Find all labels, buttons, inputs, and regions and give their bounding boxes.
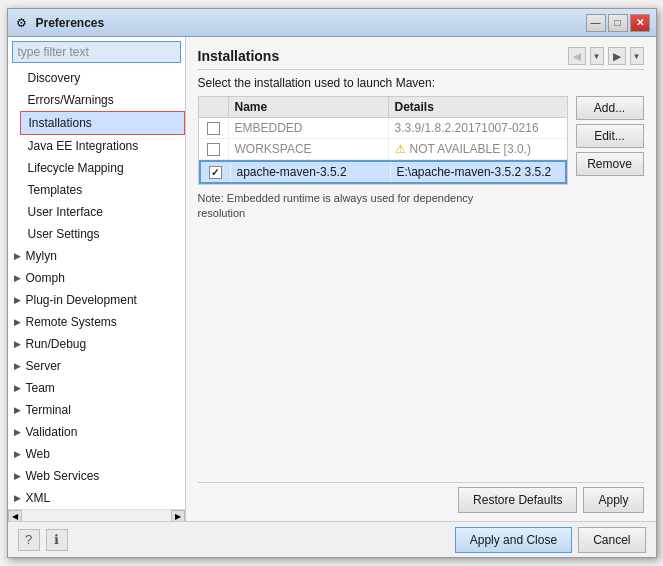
xml-expand-arrow: ▶ xyxy=(12,492,24,504)
col-check-header xyxy=(199,97,229,117)
minimize-button[interactable]: — xyxy=(586,14,606,32)
footer-bar: ? ℹ Apply and Close Cancel xyxy=(8,521,656,557)
filter-input[interactable] xyxy=(12,41,181,63)
note-text: Note: Embedded runtime is always used fo… xyxy=(198,192,474,219)
plugin-dev-expand-arrow: ▶ xyxy=(12,294,24,306)
table-header: Name Details xyxy=(199,97,567,118)
hscroll-left[interactable]: ◀ xyxy=(8,510,22,521)
sidebar-group-server[interactable]: ▶ Server xyxy=(8,355,185,377)
hscroll-right[interactable]: ▶ xyxy=(171,510,185,521)
info-icon-button[interactable]: ℹ xyxy=(46,529,68,551)
footer-icons: ? ℹ xyxy=(18,529,68,551)
window-icon: ⚙ xyxy=(14,15,30,31)
row-apache-name: apache-maven-3.5.2 xyxy=(231,162,391,182)
row-embedded-details: 3.3.9/1.8.2.20171007-0216 xyxy=(389,118,567,138)
window-title: Preferences xyxy=(36,16,586,30)
main-title-bar: Installations ◀ ▼ ▶ ▼ xyxy=(198,47,644,70)
bottom-buttons: Restore Defaults Apply xyxy=(198,482,644,513)
sidebar-item-user-interface[interactable]: User Interface xyxy=(20,201,185,223)
sidebar-item-errors-warnings[interactable]: Errors/Warnings xyxy=(20,89,185,111)
nav-buttons: ◀ ▼ ▶ ▼ xyxy=(568,47,644,65)
preferences-window: ⚙ Preferences — □ ✕ Discovery Errors/War… xyxy=(7,8,657,558)
workspace-checkbox[interactable] xyxy=(207,143,220,156)
restore-defaults-button[interactable]: Restore Defaults xyxy=(458,487,577,513)
col-name-header: Name xyxy=(229,97,389,117)
sidebar-item-java-ee[interactable]: Java EE Integrations xyxy=(20,135,185,157)
sidebar-group-remote-systems[interactable]: ▶ Remote Systems xyxy=(8,311,185,333)
sidebar: Discovery Errors/Warnings Installations … xyxy=(8,37,186,521)
validation-expand-arrow: ▶ xyxy=(12,426,24,438)
sidebar-group-team[interactable]: ▶ Team xyxy=(8,377,185,399)
remote-expand-arrow: ▶ xyxy=(12,316,24,328)
action-buttons: Add... Edit... Remove xyxy=(576,96,644,176)
note-area: Note: Embedded runtime is always used fo… xyxy=(198,185,644,478)
row-apache-check[interactable]: ✓ xyxy=(201,163,231,182)
sidebar-group-web[interactable]: ▶ Web xyxy=(8,443,185,465)
tree-container: Discovery Errors/Warnings Installations … xyxy=(8,67,185,509)
nav-back-dropdown[interactable]: ▼ xyxy=(590,47,604,65)
sidebar-item-templates[interactable]: Templates xyxy=(20,179,185,201)
sidebar-group-oomph[interactable]: ▶ Oomph xyxy=(8,267,185,289)
nav-back-button[interactable]: ◀ xyxy=(568,47,586,65)
sidebar-item-user-settings[interactable]: User Settings xyxy=(20,223,185,245)
sidebar-group-mylyn[interactable]: ▶ Mylyn xyxy=(8,245,185,267)
nav-forward-button[interactable]: ▶ xyxy=(608,47,626,65)
row-embedded-check[interactable] xyxy=(199,119,229,138)
main-panel: Installations ◀ ▼ ▶ ▼ Select the install… xyxy=(186,37,656,521)
hscroll-track[interactable] xyxy=(22,510,171,521)
row-workspace-check[interactable] xyxy=(199,140,229,159)
terminal-expand-arrow: ▶ xyxy=(12,404,24,416)
mylyn-expand-arrow: ▶ xyxy=(12,250,24,262)
run-debug-expand-arrow: ▶ xyxy=(12,338,24,350)
col-details-header: Details xyxy=(389,97,567,117)
apply-button[interactable]: Apply xyxy=(583,487,643,513)
table: Name Details EMBEDDED 3.3.9/1.8.2.201710… xyxy=(198,96,568,185)
sidebar-group-web-services[interactable]: ▶ Web Services xyxy=(8,465,185,487)
cancel-button[interactable]: Cancel xyxy=(578,527,645,553)
add-button[interactable]: Add... xyxy=(576,96,644,120)
title-bar: ⚙ Preferences — □ ✕ xyxy=(8,9,656,37)
table-section: Name Details EMBEDDED 3.3.9/1.8.2.201710… xyxy=(198,96,644,185)
apply-close-button[interactable]: Apply and Close xyxy=(455,527,572,553)
sidebar-group-run-debug[interactable]: ▶ Run/Debug xyxy=(8,333,185,355)
nav-forward-dropdown[interactable]: ▼ xyxy=(630,47,644,65)
select-instruction: Select the installation used to launch M… xyxy=(198,76,644,90)
sidebar-group-terminal[interactable]: ▶ Terminal xyxy=(8,399,185,421)
oomph-expand-arrow: ▶ xyxy=(12,272,24,284)
row-workspace-details: ⚠ NOT AVAILABLE [3.0,) xyxy=(389,139,567,159)
sidebar-item-lifecycle[interactable]: Lifecycle Mapping xyxy=(20,157,185,179)
table-row[interactable]: WORKSPACE ⚠ NOT AVAILABLE [3.0,) xyxy=(199,139,567,160)
table-row[interactable]: EMBEDDED 3.3.9/1.8.2.20171007-0216 xyxy=(199,118,567,139)
sidebar-group-plugin-dev[interactable]: ▶ Plug-in Development xyxy=(8,289,185,311)
server-expand-arrow: ▶ xyxy=(12,360,24,372)
row-apache-details: E:\apache-maven-3.5.2 3.5.2 xyxy=(391,162,565,182)
installations-table: Name Details EMBEDDED 3.3.9/1.8.2.201710… xyxy=(198,96,568,185)
panel-title: Installations xyxy=(198,48,280,64)
sidebar-group-xml[interactable]: ▶ XML xyxy=(8,487,185,509)
footer-action-buttons: Apply and Close Cancel xyxy=(455,527,646,553)
row-workspace-name: WORKSPACE xyxy=(229,139,389,159)
window-controls: — □ ✕ xyxy=(586,14,650,32)
help-icon-button[interactable]: ? xyxy=(18,529,40,551)
sidebar-item-discovery[interactable]: Discovery xyxy=(20,67,185,89)
close-button[interactable]: ✕ xyxy=(630,14,650,32)
sidebar-group-validation[interactable]: ▶ Validation xyxy=(8,421,185,443)
warning-icon: ⚠ xyxy=(395,142,406,156)
table-row[interactable]: ✓ apache-maven-3.5.2 E:\apache-maven-3.5… xyxy=(199,160,567,184)
embedded-checkbox[interactable] xyxy=(207,122,220,135)
remove-button[interactable]: Remove xyxy=(576,152,644,176)
apache-checkbox[interactable]: ✓ xyxy=(209,166,222,179)
sidebar-hscroll: ◀ ▶ xyxy=(8,509,185,521)
content-area: Discovery Errors/Warnings Installations … xyxy=(8,37,656,521)
web-expand-arrow: ▶ xyxy=(12,448,24,460)
row-embedded-name: EMBEDDED xyxy=(229,118,389,138)
sidebar-item-installations[interactable]: Installations xyxy=(20,111,185,135)
team-expand-arrow: ▶ xyxy=(12,382,24,394)
edit-button[interactable]: Edit... xyxy=(576,124,644,148)
maximize-button[interactable]: □ xyxy=(608,14,628,32)
maven-children: Discovery Errors/Warnings Installations … xyxy=(8,67,185,245)
web-services-expand-arrow: ▶ xyxy=(12,470,24,482)
